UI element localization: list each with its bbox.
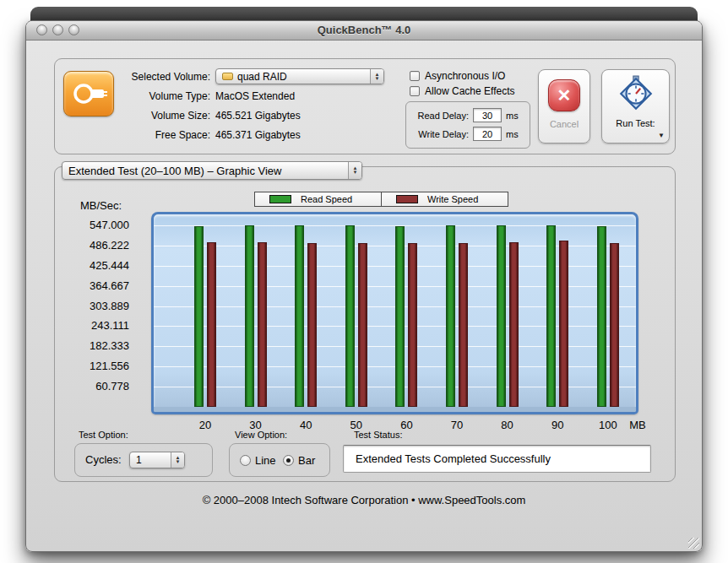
popup-arrows-icon: ▲▼ <box>348 162 361 179</box>
read-speed-bar <box>295 225 304 407</box>
write-speed-bar <box>408 243 417 407</box>
window-title: QuickBench™ 4.0 <box>26 21 702 40</box>
mini-drive-icon <box>222 73 233 80</box>
run-test-button[interactable]: Run Test: ▼ <box>601 69 670 143</box>
free-space-label: Free Space: <box>72 129 210 141</box>
write-delay-input[interactable] <box>473 127 502 141</box>
cycles-select[interactable]: 1 ▲▼ <box>129 452 185 468</box>
legend-read-label: Read Speed <box>301 194 352 204</box>
test-option-label: Test Option: <box>79 430 128 440</box>
test-status-value: Extended Tests Completed Successfully <box>343 445 651 473</box>
view-option-label: View Option: <box>235 430 287 440</box>
y-axis-tick-label: 303.889 <box>90 300 129 312</box>
write-speed-bar <box>509 242 519 407</box>
run-test-button-label: Run Test: <box>616 118 655 128</box>
read-speed-bar <box>194 226 204 407</box>
write-speed-bar <box>307 243 317 407</box>
chart-plot <box>151 212 638 414</box>
selected-volume-value: quad RAID <box>237 71 287 83</box>
legend-write-speed: Write Speed <box>381 192 508 207</box>
y-axis-title: MB/Sec: <box>80 199 122 212</box>
close-button[interactable] <box>36 24 47 35</box>
chart-x-axis: 2030405060708090100MB <box>151 419 692 434</box>
radio-bar-label: Bar <box>298 454 315 467</box>
x-axis-tick-label: 100 <box>591 419 625 431</box>
legend-swatch <box>269 195 291 203</box>
x-axis-tick-label: 40 <box>289 419 323 431</box>
test-view-select[interactable]: Extended Test (20–100 MB) – Graphic View… <box>62 161 362 180</box>
x-axis-tick-label: 80 <box>491 419 524 431</box>
popup-arrows-icon: ▲▼ <box>370 69 383 84</box>
y-axis-tick-label: 121.556 <box>90 360 129 372</box>
read-delay-input[interactable] <box>473 108 502 122</box>
view-option-group: Line Bar <box>229 443 330 477</box>
free-space-value: 465.371 Gigabytes <box>215 129 301 141</box>
write-speed-bar <box>207 242 216 407</box>
footer-copyright: © 2000–2008 Intech Software Corporation … <box>26 494 702 506</box>
volume-size-label: Volume Size: <box>72 110 210 122</box>
chart-legend: Read Speed Write Speed <box>254 192 508 207</box>
test-status-label: Test Status: <box>354 430 402 440</box>
radio-line[interactable]: Line <box>240 444 276 476</box>
selected-volume-select[interactable]: quad RAID ▲▼ <box>215 68 384 84</box>
y-axis-tick-label: 182.333 <box>90 339 129 352</box>
read-speed-bar <box>245 225 254 407</box>
volume-type-label: Volume Type: <box>72 90 210 102</box>
popup-arrows-icon: ▲▼ <box>171 452 184 468</box>
async-io-checkbox[interactable]: Asynchronous I/O <box>410 70 505 82</box>
y-axis-tick-label: 60.778 <box>95 380 129 392</box>
read-delay-unit: ms <box>506 111 519 121</box>
x-axis-unit: MB <box>621 419 655 431</box>
read-delay-label: Read Delay: <box>410 111 469 121</box>
cycles-value: 1 <box>136 454 142 466</box>
cache-effects-label: Allow Cache Effects <box>425 85 515 97</box>
chevron-down-icon: ▼ <box>658 132 665 139</box>
zoom-button[interactable] <box>68 24 79 35</box>
x-axis-tick-label: 70 <box>440 419 474 431</box>
test-view-select-value: Extended Test (20–100 MB) – Graphic View <box>68 165 281 177</box>
radio-line-label: Line <box>255 454 276 467</box>
cache-effects-checkbox[interactable]: Allow Cache Effects <box>410 85 515 97</box>
cancel-x-icon: ✕ <box>548 79 580 111</box>
write-delay-label: Write Delay: <box>410 129 469 139</box>
cancel-button[interactable]: ✕ Cancel <box>538 69 590 143</box>
selected-volume-label: Selected Volume: <box>72 71 210 83</box>
write-speed-bar <box>610 243 619 407</box>
write-speed-bar <box>459 243 468 407</box>
read-speed-bar <box>497 225 506 407</box>
legend-read-speed: Read Speed <box>254 192 382 207</box>
async-io-label: Asynchronous I/O <box>425 70 505 82</box>
radio-icon <box>240 455 251 466</box>
write-speed-bar <box>358 243 367 407</box>
stopwatch-icon <box>619 75 653 112</box>
x-axis-tick-label: 90 <box>541 419 574 431</box>
write-speed-bar <box>559 241 568 407</box>
delay-settings-box: Read Delay: ms Write Delay: ms <box>405 101 530 149</box>
radio-bar[interactable]: Bar <box>283 444 315 476</box>
titlebar[interactable]: QuickBench™ 4.0 <box>26 21 702 41</box>
y-axis-tick-label: 243.111 <box>91 319 129 332</box>
cancel-button-label: Cancel <box>550 119 579 129</box>
x-axis-tick-label: 20 <box>188 419 222 431</box>
test-option-group: Cycles: 1 ▲▼ <box>74 443 213 477</box>
read-speed-bar <box>597 226 606 407</box>
volume-panel: Selected Volume: Volume Type: Volume Siz… <box>54 58 676 154</box>
legend-swatch <box>396 195 418 203</box>
volume-type-value: MacOS Extended <box>215 90 295 102</box>
read-speed-bar <box>546 225 556 407</box>
legend-write-label: Write Speed <box>427 194 478 204</box>
read-speed-bar <box>345 225 355 407</box>
read-speed-bar <box>395 226 405 407</box>
y-axis-tick-label: 364.667 <box>90 279 129 292</box>
resize-grip[interactable] <box>688 538 699 549</box>
chart-baseline <box>154 407 636 412</box>
chart-y-axis: 547.000486.222425.444364.667303.889243.1… <box>43 212 129 414</box>
write-speed-bar <box>258 242 267 407</box>
minimize-button[interactable] <box>52 24 63 35</box>
checkbox-icon <box>410 71 420 81</box>
radio-icon <box>283 455 294 466</box>
app-window: QuickBench™ 4.0 Selected Volume: Volume … <box>25 20 703 552</box>
write-delay-unit: ms <box>506 129 519 139</box>
volume-size-value: 465.521 Gigabytes <box>215 110 301 122</box>
read-speed-bar <box>446 225 455 407</box>
